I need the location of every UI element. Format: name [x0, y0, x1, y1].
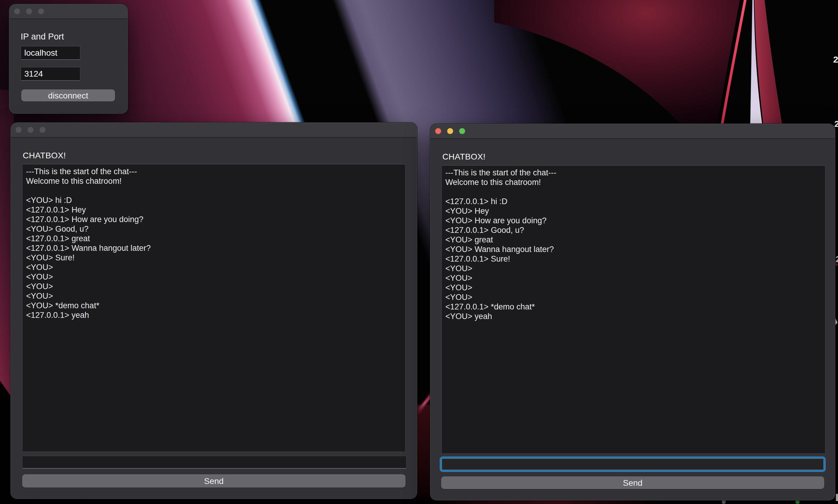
zoom-button[interactable] — [39, 127, 46, 133]
chat-window-left: CHATBOX! ---This is the start of the cha… — [11, 122, 417, 499]
message-input-focus-ring — [440, 456, 826, 472]
edge-white-fragment — [836, 494, 838, 501]
close-button[interactable] — [14, 8, 20, 14]
desktop: { "colors": { "accent_focus_blue": "#2e7… — [0, 0, 838, 504]
dock-fragment-gray-dot — [722, 500, 726, 504]
chat-log[interactable]: ---This is the start of the chat--- Welc… — [22, 164, 405, 452]
wallpaper-gap-red — [416, 404, 432, 504]
edge-partial-digit: 2 — [833, 55, 838, 64]
message-input[interactable] — [22, 456, 406, 469]
minimize-button[interactable] — [26, 8, 32, 14]
zoom-button[interactable] — [38, 8, 44, 14]
ip-input[interactable] — [21, 46, 80, 60]
titlebar[interactable] — [9, 4, 127, 19]
message-input[interactable] — [442, 458, 824, 470]
ip-and-port-label: IP and Port — [21, 32, 127, 42]
chat-window-right: CHATBOX! ---This is the start of the cha… — [430, 124, 835, 500]
disconnect-button[interactable]: disconnect — [21, 89, 115, 102]
port-input[interactable] — [21, 67, 80, 81]
titlebar[interactable] — [11, 123, 417, 138]
chat-log[interactable]: ---This is the start of the chat--- Welc… — [441, 165, 825, 454]
connection-window: IP and Port disconnect — [9, 4, 128, 114]
minimize-button[interactable] — [28, 127, 34, 133]
titlebar[interactable] — [430, 124, 835, 139]
minimize-button[interactable] — [447, 128, 453, 134]
close-button[interactable] — [435, 128, 441, 134]
close-button[interactable] — [16, 127, 21, 133]
chatbox-title: CHATBOX! — [23, 151, 417, 160]
send-button[interactable]: Send — [22, 474, 405, 488]
edge-partial-digit: 2 — [836, 255, 838, 264]
edge-partial-digit: 2 — [834, 120, 838, 128]
chatbox-title: CHATBOX! — [442, 152, 835, 161]
dock-fragment-green-dot — [796, 500, 800, 504]
zoom-button[interactable] — [459, 128, 465, 134]
send-button[interactable]: Send — [441, 476, 824, 489]
